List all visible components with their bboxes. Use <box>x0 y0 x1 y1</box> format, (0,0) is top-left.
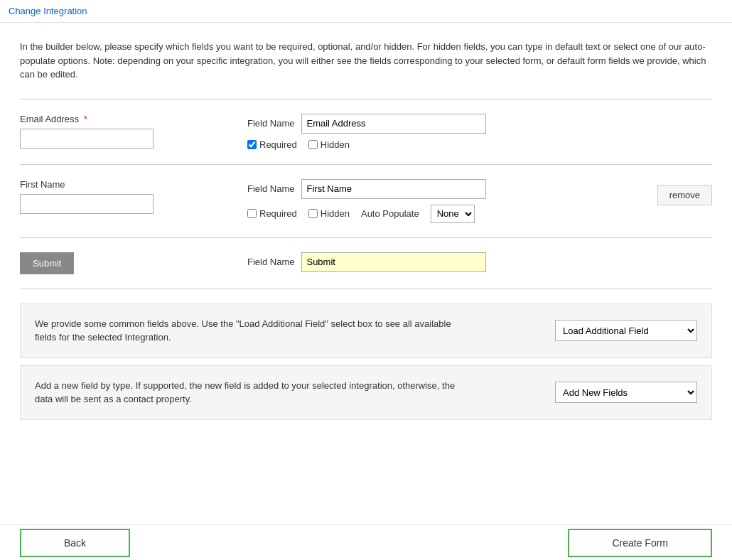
email-field-label: Email Address * <box>20 114 219 124</box>
field-name-row-firstname: Field Name <box>247 179 629 199</box>
email-preview-input[interactable] <box>20 129 154 149</box>
email-field-name-input[interactable] <box>301 114 486 134</box>
change-integration-link[interactable]: Change Integration <box>9 6 87 16</box>
field-actions-firstname: remove <box>657 179 712 205</box>
intro-text: In the builder below, please specify whi… <box>20 40 712 82</box>
hidden-label-firstname[interactable]: Hidden <box>308 208 350 219</box>
footer: Back Create Form <box>0 524 732 560</box>
required-label-firstname[interactable]: Required <box>247 208 297 219</box>
required-label-email[interactable]: Required <box>247 139 297 150</box>
firstname-field-name-input[interactable] <box>301 179 486 199</box>
field-config-submit: Field Name <box>247 252 712 272</box>
field-row-email: Email Address * Field Name Required <box>20 99 712 165</box>
additional-section: We provide some common fields above. Use… <box>20 303 712 420</box>
field-preview-email: Email Address * <box>20 114 219 149</box>
main-content: In the builder below, please specify whi… <box>0 23 732 498</box>
hidden-checkbox-email[interactable] <box>308 140 318 149</box>
field-name-label-email: Field Name <box>247 118 294 129</box>
back-button[interactable]: Back <box>20 529 130 557</box>
field-options-email: Required Hidden <box>247 139 712 150</box>
firstname-preview-input[interactable] <box>20 194 154 214</box>
field-preview-submit: Submit <box>20 252 219 274</box>
auto-populate-select-firstname[interactable]: None <box>431 205 475 223</box>
top-bar: Change Integration <box>0 0 732 23</box>
auto-populate-label: Auto Populate <box>361 208 419 219</box>
submit-field-name-input[interactable] <box>301 252 486 272</box>
field-row-submit: Submit Field Name <box>20 238 712 289</box>
load-additional-box: We provide some common fields above. Use… <box>20 303 712 358</box>
add-new-fields-select[interactable]: Add New Fields <box>555 382 697 403</box>
field-name-row-submit: Field Name <box>247 252 712 272</box>
add-new-fields-box: Add a new field by type. If supported, t… <box>20 365 712 420</box>
hidden-label-email[interactable]: Hidden <box>308 139 350 150</box>
field-row-firstname: First Name Field Name Required Hidden <box>20 165 712 238</box>
create-form-button[interactable]: Create Form <box>568 529 712 557</box>
field-name-label-submit: Field Name <box>247 257 294 267</box>
load-additional-select[interactable]: Load Additional Field <box>555 320 697 341</box>
field-options-firstname: Required Hidden Auto Populate None <box>247 205 629 223</box>
add-new-fields-text: Add a new field by type. If supported, t… <box>35 379 461 406</box>
required-star-email: * <box>84 114 87 124</box>
firstname-field-label: First Name <box>20 179 219 190</box>
required-checkbox-firstname[interactable] <box>247 209 257 218</box>
field-name-label-firstname: Field Name <box>247 183 294 194</box>
load-additional-text: We provide some common fields above. Use… <box>35 317 461 345</box>
fields-container: Email Address * Field Name Required <box>20 99 712 289</box>
field-config-email: Field Name Required Hidden <box>247 114 712 150</box>
hidden-checkbox-firstname[interactable] <box>308 209 318 218</box>
field-preview-firstname: First Name <box>20 179 219 214</box>
submit-preview-button[interactable]: Submit <box>20 252 74 274</box>
field-name-row-email: Field Name <box>247 114 712 134</box>
field-config-firstname: Field Name Required Hidden Auto Populate… <box>247 179 629 223</box>
required-checkbox-email[interactable] <box>247 140 257 149</box>
remove-button-firstname[interactable]: remove <box>657 185 712 205</box>
